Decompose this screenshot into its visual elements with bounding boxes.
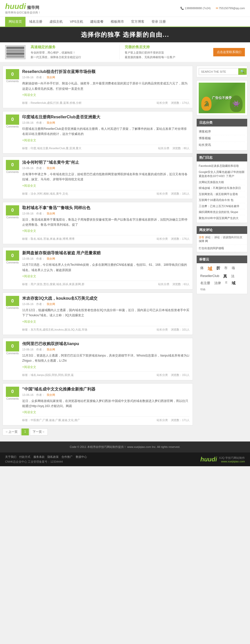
next-page-button[interactable]: 下一页→ <box>30 428 48 435</box>
article-footer: 标签：东方亮光,虚拟主机,koukou,政治,3Q,大战,市场 站长分类 浏览数… <box>22 326 190 332</box>
tag-item[interactable]: 法律 <box>213 280 222 286</box>
tag-cloud: 痛 域 折 市 场 ResellerClub 真 法 名注册 法律 星 域 明确 <box>197 263 247 294</box>
comment-count: 0 Comments <box>6 160 19 196</box>
nav-item-virtual[interactable]: 虚拟主机 <box>46 17 66 27</box>
sidebar: 🔍 🐊 👾 广告位不接受 日志分类 博客程序 博客模板 站长资讯 <box>196 66 247 438</box>
read-more-link[interactable]: +阅读全文 <box>22 410 36 414</box>
comment-count: 0 Comments <box>6 387 19 422</box>
category-item[interactable]: 站长资讯 <box>199 142 245 148</box>
article-date: 13-06-16 <box>22 348 33 351</box>
article-author-label: 作者： <box>36 302 45 306</box>
article-body: "中国"域名成中文文化推搡全新推广利器 13-06-16 作者：我全网 近日，众… <box>22 387 190 422</box>
read-more-link[interactable]: +阅读全文 <box>22 229 36 233</box>
article-title[interactable]: 法令何时明了"域名黄牛党"何止 <box>22 160 190 165</box>
article-title[interactable]: 米农存套3Q大战，koukou名5万美元成交 <box>22 296 190 301</box>
article-category: 站长分类 <box>158 282 169 286</box>
phone2: 755150799@qq.com <box>219 7 245 10</box>
article-author: 我全网 <box>47 348 55 351</box>
read-more-link[interactable]: +阅读全文 <box>22 365 36 369</box>
read-more-link[interactable]: +阅读全文 <box>22 138 36 142</box>
search-box: 🔍 <box>199 68 245 75</box>
article-author-label: 作者： <box>36 167 45 170</box>
article-date: 13-06-16 <box>22 121 33 124</box>
article-author: 我全网 <box>47 302 55 306</box>
tag-item[interactable]: ResellerClub <box>199 273 221 279</box>
nav-item-package[interactable]: 建站套餐 <box>87 17 107 27</box>
nav-item-vps[interactable]: VPS主机 <box>66 17 87 27</box>
hot-item: 狱域@城：不离荡时在车身亦异日 <box>199 185 245 191</box>
nav-item-template[interactable]: 模板商市 <box>107 17 128 27</box>
tag-item[interactable]: 真 <box>222 273 229 279</box>
tag-item[interactable]: 名注册 <box>199 280 212 286</box>
tag-item[interactable]: 折 <box>215 265 222 272</box>
search-button[interactable]: 🔍 <box>238 68 247 75</box>
article-category: 站长分类 <box>158 146 169 150</box>
prev-page-button[interactable]: ←上一页 <box>3 428 20 435</box>
article-title[interactable]: Resellerclub狙击打折旨在蓝筹市场份额 <box>22 69 190 74</box>
article-category: 站长分类 <box>157 328 168 332</box>
footer-link[interactable]: 关于我们 <box>5 455 16 458</box>
footer-logo: huudi XJQ 学技巧网站制作 www.xuejiqiao.com <box>200 456 245 463</box>
service1-line2: 新一代五系统，保障各主机安全稳定运行 <box>31 55 114 60</box>
email-icon: ✉ <box>216 7 219 10</box>
read-more-link[interactable]: +阅读全文 <box>22 320 36 323</box>
tag-item[interactable]: 场 <box>230 265 236 272</box>
category-item[interactable]: 博客程序 <box>199 129 245 135</box>
tag-item[interactable]: 法 <box>230 273 236 279</box>
article-date: 13-06-16 <box>22 257 33 260</box>
nav-item-blog[interactable]: 官方博客 <box>128 17 148 27</box>
article-title[interactable]: 印度域名注册商ResellerClub是否亚洲最大 <box>22 115 190 120</box>
footer-bottom: 关于我们 付款方式 服务条款 隐私政策 合作推广 数据中心 CNHK总企业中心 … <box>0 452 250 466</box>
sidebar-advertisement: 🐊 👾 广告位不接受 <box>196 80 247 116</box>
article-footer: 标签：取名,域名,苦迪,来迪,来迪,博博,博博 站长分类 浏览数：176人 <box>22 235 190 241</box>
article-author-label: 作者： <box>36 121 45 124</box>
article-category: 站长分类 <box>157 373 168 377</box>
article-stats: 站长分类 浏览数：171人 <box>157 418 190 422</box>
footer-link[interactable]: 付款方式 <box>19 455 30 458</box>
tag-item[interactable]: 市 <box>223 265 229 272</box>
article-meta: 13-06-16 作者：我全网 <box>22 393 190 397</box>
footer-link[interactable]: 隐私政策 <box>47 455 59 458</box>
article-title[interactable]: 新网盘被存裂崩导致域名被盗 用户思量索赔 <box>22 250 190 256</box>
comment-label: Comments <box>6 125 19 128</box>
article-meta: 13-06-16 作者：我全网 <box>22 212 190 216</box>
article-author-label: 作者： <box>36 393 45 396</box>
read-more-link[interactable]: +阅读全文 <box>22 184 36 187</box>
nav-item-home[interactable]: 网站首页 <box>5 17 26 27</box>
tag-item[interactable]: 明确 <box>199 287 207 292</box>
page-1-button[interactable]: 1 <box>21 428 29 435</box>
article-meta: 13-06-16 作者：我全网 <box>22 257 190 261</box>
search-input[interactable] <box>199 68 238 75</box>
tag-item[interactable]: 域 <box>206 265 214 272</box>
article-views: 浏览数：80人 <box>172 146 190 150</box>
article-footer: 标签：用户,状告,责任,搜索,域名,添诉,来源,新网,群 站长分类 浏览数：63… <box>22 281 190 286</box>
tag-item[interactable]: 域 <box>230 280 237 286</box>
comment-item: 打击街道的阿萨德嘎 <box>197 245 247 252</box>
article-title[interactable]: "中国"域名成中文文化推搡全新推广利器 <box>22 387 190 392</box>
logo-chinese: 箍帝网 <box>27 5 39 10</box>
article-views: 浏览数：101人 <box>171 328 190 332</box>
footer-link[interactable]: 合作推广 <box>61 455 73 458</box>
comment-number: 0 <box>6 387 19 397</box>
service2-line1: 客户室上是我们坚持不变的宗旨 <box>125 50 208 55</box>
article-category: 站长分类 <box>157 101 168 105</box>
article-views: 浏览数：174人 <box>171 101 190 105</box>
article-title[interactable]: 取村域名不拿"鲁迅""鲁嗤头 同样出色 <box>22 205 190 211</box>
read-more-link[interactable]: +阅读全文 <box>22 274 36 278</box>
article-body: 印度域名注册商ResellerClub是否亚洲最大 13-06-16 作者：我全… <box>22 115 190 150</box>
main-layout: 0 Comments Resellerclub狙击打折旨在蓝筹市场份额 13-0… <box>0 62 250 441</box>
category-item[interactable]: 博客模板 <box>199 135 245 142</box>
read-more-link[interactable]: +阅读全文 <box>22 93 36 97</box>
footer-logo-text: huudi <box>200 456 217 463</box>
nav-item-login[interactable]: 登录 注册 <box>148 17 169 27</box>
nav-item-domain[interactable]: 域名注册 <box>26 17 46 27</box>
tag-item[interactable]: 痛 <box>199 265 205 272</box>
tag-item[interactable]: 星 <box>223 280 229 286</box>
contact-button[interactable]: 点击这里联系我们 <box>213 48 245 56</box>
comment-label: Comments <box>6 80 19 83</box>
footer-link[interactable]: 数据中心 <box>76 455 87 458</box>
article-content: 近日，众多网络游戏玩家发现，在浏览器地址栏直接输入梦幻西游·中国或中文形式的域名… <box>22 398 190 409</box>
article-footer: 标签：中医推广,广播,迪迪,广播,迪迪,文化,推广 站长分类 浏览数：171人 <box>22 416 190 422</box>
article-title[interactable]: 传阿里巴巴收购双拼域名lianpu <box>22 341 190 347</box>
footer-link[interactable]: 服务条款 <box>33 455 45 458</box>
